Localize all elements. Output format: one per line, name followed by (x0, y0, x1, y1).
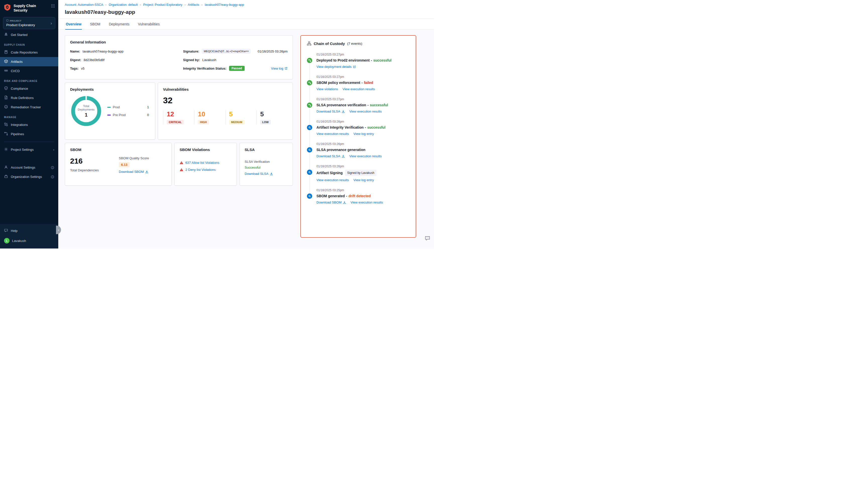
download-slsa-link[interactable]: Download SLSA (317, 154, 345, 158)
sidebar-item-remediation-tracker[interactable]: Remediation Tracker (0, 102, 58, 112)
view-log-entry-link[interactable]: View log entry (353, 132, 374, 136)
legend-item-prod: Prod 1 (107, 105, 149, 109)
sbom-total-dependencies-value: 216 (70, 157, 119, 165)
signed-by-badge: Signed by Lavakush (345, 170, 376, 176)
integrations-icon (4, 122, 8, 127)
sidebar-item-project-settings[interactable]: Project Settings › (0, 145, 58, 154)
signature-label: Signature: (183, 49, 199, 53)
info-icon (51, 175, 54, 179)
chain-of-custody-title: Chain of Custody (314, 41, 345, 46)
scan-icon (307, 125, 312, 130)
card-title: SBOM (70, 147, 167, 152)
sbom-quality-score-label: SBOM Quality Score (119, 156, 167, 160)
sidebar-item-get-started[interactable]: Get Started (0, 30, 58, 40)
pipeline-success-icon (307, 102, 312, 108)
sidebar-item-label: Project Settings (11, 148, 34, 152)
download-slsa-link[interactable]: Download SLSA (317, 110, 345, 113)
view-execution-results-link[interactable]: View execution results (351, 200, 383, 204)
breadcrumb: Account: Automation-SSCA › Organization:… (65, 3, 428, 6)
deployments-card: Deployments Total Deploy (65, 82, 155, 140)
project-selector-kicker: PROJECT (10, 19, 21, 22)
view-log-entry-link[interactable]: View log entry (353, 178, 374, 182)
user-menu[interactable]: L Lavakush (0, 236, 58, 246)
account-icon (4, 165, 8, 170)
sidebar-item-cicd[interactable]: CI/CD (0, 66, 58, 76)
signature-value: MEQCICde2VjIT...bL+2+mqnOXw== (202, 49, 251, 54)
sidebar-section-manage: MANAGE (0, 112, 58, 120)
breadcrumb-account[interactable]: Account: Automation-SSCA (65, 3, 103, 6)
organization-icon (4, 174, 8, 179)
repo-icon (4, 50, 8, 55)
download-icon (145, 170, 148, 173)
view-execution-results-link[interactable]: View execution results (317, 132, 349, 136)
chevron-right-icon: › (50, 21, 52, 25)
shield-check-icon (4, 86, 8, 91)
sidebar: Supply Chain Security PROJECT Product Ex… (0, 0, 58, 248)
project-selector[interactable]: PROJECT Product Exploratory › (3, 17, 55, 29)
app-switcher-icon[interactable] (51, 4, 55, 9)
warning-icon (179, 161, 183, 165)
sbom-total-dependencies-label: Total Dependencies (70, 168, 119, 172)
tab-deployments[interactable]: Deployments (108, 19, 130, 29)
view-execution-results-link[interactable]: View execution results (343, 87, 375, 91)
download-sbom-link[interactable]: Download SBOM (119, 170, 167, 174)
sidebar-item-integrations[interactable]: Integrations (0, 120, 58, 129)
download-icon (343, 201, 346, 204)
sidebar-item-organization-settings[interactable]: Organization Settings (0, 172, 58, 181)
sidebar-header: Supply Chain Security (0, 0, 58, 15)
card-title: SLSA (245, 147, 288, 152)
breadcrumb-organization[interactable]: Organization: default (109, 3, 138, 6)
sidebar-item-compliance[interactable]: Compliance (0, 84, 58, 93)
pipeline-success-icon (307, 58, 312, 63)
tab-overview[interactable]: Overview (65, 19, 82, 29)
card-title: SBOM Violations (179, 147, 232, 152)
card-title: Deployments (70, 87, 150, 91)
view-log-link[interactable]: View log (271, 67, 288, 70)
info-icon (51, 166, 54, 169)
download-icon (270, 172, 273, 175)
signed-by-value: Lavakush (202, 58, 216, 62)
total-deployments-value: 1 (85, 112, 87, 118)
breadcrumb-artifacts[interactable]: Artifacts (188, 3, 199, 6)
breadcrumb-project[interactable]: Project: Product Exploratory (143, 3, 182, 6)
deny-list-violations-link[interactable]: 2 Deny list Violations (185, 168, 216, 172)
sidebar-item-label: Artifacts (11, 60, 23, 63)
download-sbom-link[interactable]: Download SBOM (317, 200, 346, 204)
sidebar-item-code-repositories[interactable]: Code Repositories (0, 48, 58, 57)
breadcrumb-current[interactable]: lavakush07/easy-buggy-app (205, 3, 244, 6)
main-area: Account: Automation-SSCA › Organization:… (58, 0, 434, 248)
view-execution-results-link[interactable]: View execution results (349, 154, 382, 158)
project-selector-value: Product Exploratory (6, 23, 49, 27)
sidebar-item-artifacts[interactable]: Artifacts (0, 57, 58, 66)
scan-icon (307, 170, 312, 175)
gear-icon (4, 147, 8, 152)
allow-list-violations-link[interactable]: 637 Allow list Violations (185, 161, 219, 165)
sbom-quality-score-value: 6.13 (119, 162, 130, 167)
view-execution-results-link[interactable]: View execution results (349, 110, 382, 113)
slsa-verification-label: SLSA Verification (245, 160, 288, 164)
sidebar-item-rule-definitions[interactable]: Rule Definitions (0, 93, 58, 102)
cicd-infinity-icon (4, 69, 8, 73)
document-icon (4, 96, 8, 100)
feedback-chat-icon[interactable] (424, 235, 431, 242)
sidebar-item-account-settings[interactable]: Account Settings (0, 163, 58, 172)
view-deployment-details-link[interactable]: View deployment details (317, 65, 356, 69)
integrity-status-label: Integrity Verification Status: (183, 67, 227, 70)
general-information-card: General Information Name: lavakush07/eas… (65, 35, 293, 80)
vulnerabilities-card: Vulnerabilities 32 12 CRITICAL 10 HIGH (158, 82, 293, 140)
tab-vulnerabilities[interactable]: Vulnerabilities (138, 19, 160, 29)
sidebar-item-label: Compliance (11, 87, 28, 90)
sidebar-item-label: CI/CD (11, 69, 19, 73)
sidebar-item-pipelines[interactable]: Pipelines (0, 129, 58, 139)
view-execution-results-link[interactable]: View execution results (317, 178, 349, 182)
external-link-icon (285, 67, 288, 70)
tags-value: v5 (81, 67, 85, 70)
tab-sbom[interactable]: SBOM (89, 19, 101, 29)
sidebar-item-help[interactable]: Help (0, 226, 58, 236)
card-title: Vulnerabilities (163, 87, 288, 91)
custody-event-sbom-policy-enforcement: 01/16/2025 03:27pm SBOM policy enforceme… (307, 75, 410, 91)
chain-of-custody-event-count: (7 events) (347, 42, 362, 45)
download-slsa-link[interactable]: Download SLSA (245, 172, 273, 176)
sidebar-item-label: Rule Definitions (11, 96, 34, 100)
view-violations-link[interactable]: View violations (317, 87, 338, 91)
